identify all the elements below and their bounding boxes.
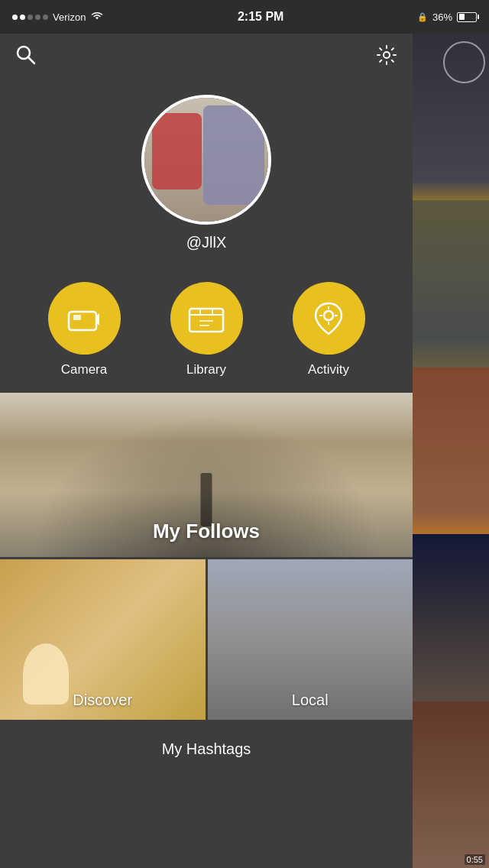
svg-point-7 [324, 311, 333, 320]
profile-section: @JllX [0, 79, 413, 274]
svg-point-2 [384, 52, 390, 58]
main-layout: @JllX Camera [0, 34, 489, 868]
status-time: 2:15 PM [238, 10, 283, 24]
follows-banner[interactable]: My Follows [0, 393, 413, 557]
lock-icon: 🔒 [417, 12, 428, 22]
status-left: Verizon [12, 11, 104, 24]
svg-rect-3 [69, 312, 96, 330]
svg-line-1 [28, 57, 34, 63]
dot4 [35, 15, 40, 20]
avatar[interactable] [141, 95, 271, 225]
status-right: 🔒 36% [417, 11, 477, 23]
toolbar [0, 34, 413, 79]
library-label: Library [186, 362, 226, 377]
discover-cell[interactable]: Discover [0, 559, 206, 720]
follows-label: My Follows [0, 520, 413, 557]
left-panel: @JllX Camera [0, 34, 413, 868]
hashtags-label: My Hashtags [162, 740, 251, 758]
dot1 [12, 15, 18, 20]
battery-percent: 36% [432, 11, 452, 23]
thumb-5[interactable]: 0:55 [413, 701, 489, 868]
hashtags-row[interactable]: My Hashtags [0, 722, 413, 776]
dot2 [20, 15, 25, 20]
settings-button[interactable] [376, 44, 397, 69]
carrier-label: Verizon [53, 11, 86, 23]
thumb-3[interactable] [413, 368, 489, 534]
wifi-icon [90, 11, 104, 24]
local-label: Local [208, 691, 413, 720]
right-panel: 0:55 [413, 34, 489, 868]
activity-circle [293, 282, 365, 355]
signal-dots [12, 15, 48, 20]
svg-rect-5 [73, 315, 81, 320]
status-bar: Verizon 2:15 PM 🔒 36% [0, 0, 489, 34]
search-button[interactable] [15, 44, 37, 69]
thumb-4[interactable] [413, 534, 489, 701]
battery-icon [457, 12, 477, 22]
library-circle [170, 282, 243, 355]
activity-label: Activity [308, 362, 349, 377]
camera-label: Camera [61, 362, 107, 377]
svg-rect-6 [189, 309, 223, 332]
dot5 [43, 15, 48, 20]
thumb5-duration: 0:55 [465, 854, 485, 865]
action-buttons: Camera Library [0, 274, 413, 393]
activity-button[interactable]: Activity [293, 282, 365, 377]
local-cell[interactable]: Local [208, 559, 413, 720]
camera-circle [48, 282, 121, 355]
bottom-grid: Discover Local [0, 559, 413, 720]
thumb-1[interactable] [413, 34, 489, 200]
dot3 [28, 15, 33, 20]
camera-button[interactable]: Camera [48, 282, 121, 377]
library-button[interactable]: Library [170, 282, 243, 377]
username-label: @JllX [186, 234, 227, 251]
discover-label: Discover [0, 691, 206, 720]
content-grid: My Follows Discover Local My Hashtags [0, 393, 413, 868]
thumb-2[interactable] [413, 200, 489, 367]
